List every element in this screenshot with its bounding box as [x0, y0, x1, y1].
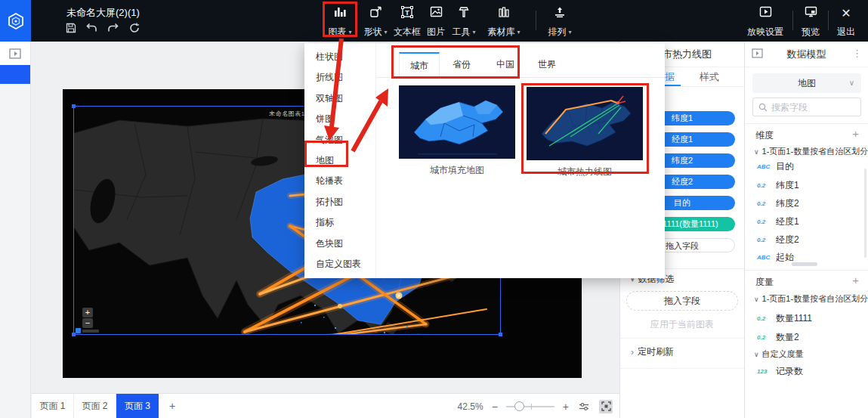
- menu-item-color-block[interactable]: 色块图: [304, 234, 375, 254]
- search-icon: [758, 103, 768, 112]
- menu-item-carousel-table[interactable]: 轮播表: [304, 171, 375, 191]
- field-type-icon: 0.2: [757, 200, 771, 207]
- field-type-icon: ABC: [757, 163, 771, 170]
- filter-drop-field[interactable]: 拖入字段: [626, 291, 738, 311]
- field-type-icon: ABC: [757, 254, 771, 261]
- map-zoom-in-button[interactable]: +: [82, 308, 93, 317]
- chart-button[interactable]: 图表▾: [320, 5, 360, 39]
- undo-icon[interactable]: [86, 22, 97, 33]
- field-type-icon: 0.2: [757, 334, 771, 341]
- field-row-lng2[interactable]: 0.2经度2: [757, 234, 799, 246]
- chart-type-popup: 柱状图 折线图 双轴图 饼图 气泡图 地图 轮播表 拓扑图 指标 色块图 自定义…: [304, 43, 665, 278]
- arrange-button[interactable]: 排列▾: [541, 5, 579, 39]
- data-model-panel: 数据模型 ⋮ 地图 ∨ 维度 + ∨ 1-页面1-数量按省自治区划分 ABC目的…: [744, 42, 868, 418]
- add-dimension-icon[interactable]: +: [852, 129, 859, 142]
- material-library-icon: [498, 6, 510, 18]
- more-options-icon[interactable]: ⋮: [852, 48, 862, 59]
- hexagon-logo-icon: [7, 12, 25, 30]
- add-page-button[interactable]: +: [159, 394, 186, 418]
- zoom-out-button[interactable]: −: [492, 401, 498, 412]
- page-tab-1[interactable]: 页面 1: [32, 394, 74, 418]
- top-header: 未命名大屏(2)(1) 图表▾ 形状▾ T 文本框: [0, 0, 868, 42]
- field-row-qty1111[interactable]: 0.2数量1111: [757, 312, 812, 325]
- app-logo[interactable]: [0, 0, 31, 42]
- menu-item-map[interactable]: 地图: [304, 150, 375, 171]
- zoom-slider[interactable]: [506, 401, 554, 412]
- exit-button[interactable]: ✕ 退出: [831, 5, 861, 39]
- menu-item-dual-axis[interactable]: 双轴图: [304, 88, 375, 109]
- map-scope-tabs: 城市 省份 中国 世界: [376, 52, 665, 78]
- selected-layer-indicator[interactable]: [0, 65, 30, 84]
- tool-button[interactable]: 工具▾: [445, 5, 483, 39]
- menu-item-pie-chart[interactable]: 饼图: [304, 109, 375, 129]
- map-zoom-out-button[interactable]: −: [82, 318, 93, 328]
- fit-screen-button[interactable]: [599, 400, 613, 413]
- save-icon[interactable]: [65, 22, 76, 33]
- zoom-slider-knob[interactable]: [514, 401, 524, 411]
- map-attribution: [76, 328, 99, 333]
- divider: [620, 368, 744, 369]
- field-row-destination[interactable]: ABC目的: [757, 160, 794, 173]
- chart-type-menu: 柱状图 折线图 双轴图 饼图 气泡图 地图 轮播表 拓扑图 指标 色块图 自定义…: [304, 43, 376, 278]
- field-row-qty2[interactable]: 0.2数量2: [757, 331, 799, 344]
- menu-item-custom-chart[interactable]: 自定义图表: [304, 254, 375, 274]
- measure-group[interactable]: ∨ 1-页面1-数量按省自治区划分: [754, 293, 868, 305]
- caret-down-icon: ▾: [348, 29, 351, 36]
- expand-panel-button[interactable]: [0, 42, 30, 66]
- tab-china[interactable]: 中国: [487, 52, 524, 78]
- menu-item-indicator[interactable]: 指标: [304, 212, 375, 233]
- add-measure-icon[interactable]: +: [852, 276, 859, 289]
- tab-city[interactable]: 城市: [399, 52, 440, 78]
- selection-handle[interactable]: [499, 333, 502, 336]
- caret-down-icon: ▾: [568, 29, 571, 36]
- custom-measure-group[interactable]: ∨ 自定义度量: [754, 348, 804, 360]
- caret-down-icon: ▾: [472, 29, 475, 36]
- toolbar-divider: [828, 11, 829, 30]
- canvas-settings-button[interactable]: [577, 400, 591, 413]
- field-row-lng1[interactable]: 0.2经度1: [757, 215, 799, 228]
- selection-handle[interactable]: [72, 333, 76, 336]
- redo-icon[interactable]: [107, 22, 119, 33]
- tree-caret-icon: ∨: [754, 351, 759, 358]
- field-row-origin[interactable]: ABC起始: [757, 251, 794, 264]
- horizontal-scrollbar[interactable]: [792, 262, 817, 266]
- thumbnail-city-fill-map[interactable]: [399, 85, 515, 159]
- divider: [620, 338, 744, 339]
- field-row-lat2[interactable]: 0.2纬度2: [757, 197, 799, 210]
- measures-section: 度量 +: [755, 276, 859, 289]
- thumbnail-city-heatline-map[interactable]: [527, 87, 643, 160]
- caret-down-icon: ▾: [517, 29, 520, 36]
- field-row-lat1[interactable]: 0.2纬度1: [757, 179, 799, 192]
- field-search-box[interactable]: [752, 98, 861, 116]
- layer-rail: [0, 42, 31, 418]
- library-button[interactable]: 素材库▾: [482, 5, 526, 39]
- menu-item-bubble-chart[interactable]: 气泡图: [304, 130, 375, 150]
- field-type-icon: 0.2: [757, 237, 771, 243]
- tab-style[interactable]: 样式: [700, 70, 719, 84]
- tab-province[interactable]: 省份: [443, 52, 480, 78]
- map-attribution-text: [82, 330, 99, 333]
- chevron-down-icon: ∨: [849, 73, 854, 93]
- dataset-select[interactable]: 地图 ∨: [752, 73, 861, 93]
- vertical-scrollbar[interactable]: [864, 169, 866, 258]
- menu-item-topology[interactable]: 拓扑图: [304, 192, 375, 212]
- page-tab-2[interactable]: 页面 2: [74, 394, 116, 418]
- fit-screen-icon: [601, 401, 611, 411]
- field-search-input[interactable]: [771, 102, 847, 113]
- field-row-record-count[interactable]: 123记录数: [757, 365, 803, 378]
- timer-refresh-section[interactable]: › 定时刷新: [631, 345, 674, 358]
- divider: [745, 123, 868, 124]
- tree-caret-icon: ∨: [754, 296, 759, 303]
- play-settings-button[interactable]: 放映设置: [743, 5, 788, 39]
- dimension-group[interactable]: ∨ 1-页面1-数量按省自治区划分: [754, 146, 868, 157]
- chevron-right-icon: ›: [631, 347, 634, 358]
- refresh-icon[interactable]: [128, 22, 140, 33]
- thumbnail-label: 城市热力线图: [527, 166, 643, 178]
- selection-handle[interactable]: [72, 104, 76, 108]
- preview-button[interactable]: 预览: [795, 5, 826, 39]
- page-tab-3-active[interactable]: 页面 3: [116, 394, 159, 418]
- tab-world[interactable]: 世界: [528, 52, 566, 78]
- zoom-in-button[interactable]: +: [563, 401, 569, 412]
- menu-item-line-chart[interactable]: 折线图: [304, 67, 375, 88]
- menu-item-bar-chart[interactable]: 柱状图: [304, 47, 375, 67]
